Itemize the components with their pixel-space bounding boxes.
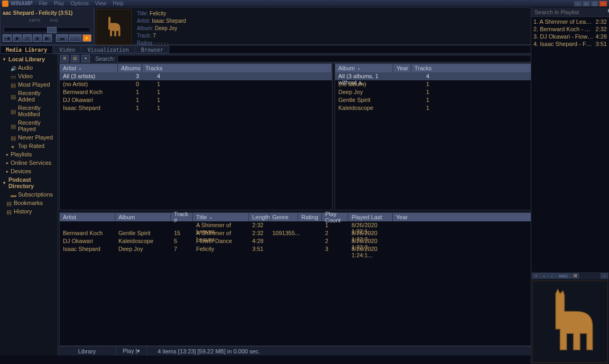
pl-list-button[interactable]: ▤: [571, 273, 579, 278]
sidebar-item-recently-modified[interactable]: Recently Modified: [0, 104, 58, 118]
np-artist: Isaac Shepard: [152, 18, 186, 24]
player-display: aac Shepard - Felicity (3:51) KBPS KHZ: [2, 9, 93, 26]
status-play-menu[interactable]: Play |▾: [116, 347, 147, 356]
menu-view[interactable]: View: [95, 1, 107, 6]
sidebar-item-devices[interactable]: ▸Devices: [0, 167, 58, 175]
table-row[interactable]: Isaac ShepardDeep Joy7Felicity3:5138/26/…: [60, 245, 607, 253]
sidebar-item-audio[interactable]: Audio: [0, 63, 58, 72]
menu-play[interactable]: Play: [54, 1, 64, 6]
tab-video[interactable]: Video: [53, 45, 81, 53]
sidebar-item-recently-played[interactable]: Recently Played: [0, 118, 58, 133]
playlist-item[interactable]: 4. Isaac Shepard - Felicity3:51: [533, 40, 607, 48]
artist-pane: Artist▲AlbumsTracks All (3 artists)34(no…: [59, 63, 333, 210]
pl-add-button[interactable]: +: [532, 273, 540, 278]
playlist-items: 1. A Shimmer of Leaves2:322. Bernward Ko…: [531, 17, 609, 272]
sidebar-item-playlists[interactable]: ▸Playlists: [0, 150, 58, 158]
nowplaying-info: Title: Felicity Artist: Isaac Shepard Al…: [133, 8, 190, 44]
view-dropdown[interactable]: ▾: [81, 55, 90, 62]
np-track-label: Track:: [137, 33, 151, 39]
titlebar: WINAMP File Play Options View Help – ▭ ▢…: [0, 0, 609, 7]
view-toggle-1[interactable]: ⊞: [60, 55, 69, 62]
sidebar-item-history[interactable]: History: [0, 207, 58, 216]
table-row[interactable]: All (3 artists)34: [60, 72, 332, 80]
tracks-header: ArtistAlbumTrack #Title▲LengthGenreRatin…: [60, 213, 607, 221]
col-album[interactable]: Album▲: [335, 64, 393, 72]
library-toolbar: ⊞ ▤ ▾ Search: Clear Search: [58, 54, 609, 63]
col-album[interactable]: Album: [115, 213, 171, 221]
status-library-menu[interactable]: Library: [58, 347, 116, 356]
table-row[interactable]: Bernward Koch11: [60, 88, 332, 96]
col-artist[interactable]: Artist▲: [60, 64, 118, 72]
close-button[interactable]: ×: [599, 1, 607, 6]
shuffle-button[interactable]: ↔: [69, 34, 81, 42]
lightning-button[interactable]: ⚡: [82, 34, 91, 42]
next-button[interactable]: ▶I: [43, 34, 52, 42]
pl-scroll-button[interactable]: ↕: [601, 273, 608, 278]
sidebar-item-most-played[interactable]: Most Played: [0, 80, 58, 89]
np-artist-label: Artist:: [137, 18, 151, 24]
sidebar-item-online-services[interactable]: ▸Online Services: [0, 158, 58, 167]
pl-misc-button[interactable]: MISC: [556, 273, 571, 278]
minimize-button[interactable]: –: [574, 1, 582, 6]
menu-help[interactable]: Help: [113, 1, 124, 6]
nowplaying-album-art: [96, 9, 132, 45]
sidebar-item-podcast-directory[interactable]: ▼Podcast Directory: [0, 175, 58, 190]
tab-media-library[interactable]: Media Library: [0, 45, 53, 53]
playlist-item[interactable]: 1. A Shimmer of Leaves2:32: [533, 18, 607, 25]
menu-file[interactable]: File: [39, 1, 48, 6]
np-title: Felicity: [150, 11, 166, 16]
col-playcount[interactable]: Play Count: [322, 213, 348, 221]
col-year[interactable]: Year: [393, 64, 411, 72]
pl-sel-button[interactable]: ▫: [548, 273, 556, 278]
view-toggle-2[interactable]: ▤: [71, 55, 79, 62]
col-genre[interactable]: Genre: [269, 213, 298, 221]
search-input[interactable]: [117, 55, 559, 62]
play-button[interactable]: ▶: [13, 34, 22, 42]
table-row[interactable]: Isaac Shepard11: [60, 104, 332, 112]
shade-button[interactable]: ▭: [583, 1, 590, 6]
seek-slider[interactable]: [4, 27, 90, 32]
sidebar-item-local-library[interactable]: ▼Local Library: [0, 55, 58, 63]
table-row[interactable]: Bernward KochGentle Spirit15A Shimmer of…: [60, 229, 607, 237]
col-rating[interactable]: Rating: [298, 213, 322, 221]
playlist-mini-controls: + – ▫ MISC ▤ ↕: [531, 272, 609, 279]
sidebar-item-subscriptions[interactable]: Subscriptions: [0, 190, 58, 199]
table-row[interactable]: DJ OkawariKaleidoscope5Flower Dance4:282…: [60, 237, 607, 245]
col-length[interactable]: Length: [249, 213, 269, 221]
np-title-label: Title:: [137, 11, 148, 16]
pause-button[interactable]: II: [23, 34, 32, 42]
playlist-search-input[interactable]: [534, 9, 607, 15]
playlist-item[interactable]: 2. Bernward Koch - A Shi...2:32: [533, 25, 607, 33]
np-album-label: Album:: [137, 25, 153, 31]
sidebar-item-recently-added[interactable]: Recently Added: [0, 89, 58, 104]
col-title[interactable]: Title▲: [193, 213, 249, 221]
col-albums[interactable]: Albums: [118, 64, 142, 72]
tracks-pane: ArtistAlbumTrack #Title▲LengthGenreRatin…: [59, 212, 608, 346]
playlist-search-bar: 🔍: [531, 7, 609, 17]
prev-button[interactable]: I◀: [3, 34, 12, 42]
tab-browser[interactable]: Browser: [135, 45, 169, 53]
col-tracks[interactable]: Tracks: [142, 64, 332, 72]
sidebar-item-top-rated[interactable]: Top Rated: [0, 142, 58, 150]
library-sidebar: ▼Local LibraryAudioVideoMost PlayedRecen…: [0, 54, 58, 356]
sidebar-item-video[interactable]: Video: [0, 72, 58, 80]
pl-remove-button[interactable]: –: [540, 273, 548, 278]
col-track[interactable]: Track #: [171, 213, 193, 221]
col-playedlast[interactable]: Played Last: [348, 213, 393, 221]
table-row[interactable]: A Shimmer of Leaves2:3218/26/2020 1:22:1…: [60, 221, 607, 229]
tab-visualization[interactable]: Visualization: [81, 45, 134, 53]
stop-button[interactable]: ■: [33, 34, 42, 42]
sidebar-item-bookmarks[interactable]: Bookmarks: [0, 199, 58, 207]
playlist-panel: 🔍 1. A Shimmer of Leaves2:322. Bernward …: [531, 7, 609, 364]
np-track: 7: [153, 33, 156, 39]
top-region: aac Shepard - Felicity (3:51) KBPS KHZ I…: [0, 7, 609, 45]
playlist-item[interactable]: 3. DJ Okawari - Flower D...4:28: [533, 33, 607, 40]
menu-options[interactable]: Options: [70, 1, 88, 6]
col-artist[interactable]: Artist: [60, 213, 115, 221]
khz-label: KHZ: [50, 18, 58, 23]
sidebar-item-never-played[interactable]: Never Played: [0, 133, 58, 142]
maximize-button[interactable]: ▢: [591, 1, 598, 6]
open-button[interactable]: ▬: [56, 34, 68, 42]
table-row[interactable]: (no Artist)01: [60, 80, 332, 88]
table-row[interactable]: DJ Okawari11: [60, 96, 332, 104]
